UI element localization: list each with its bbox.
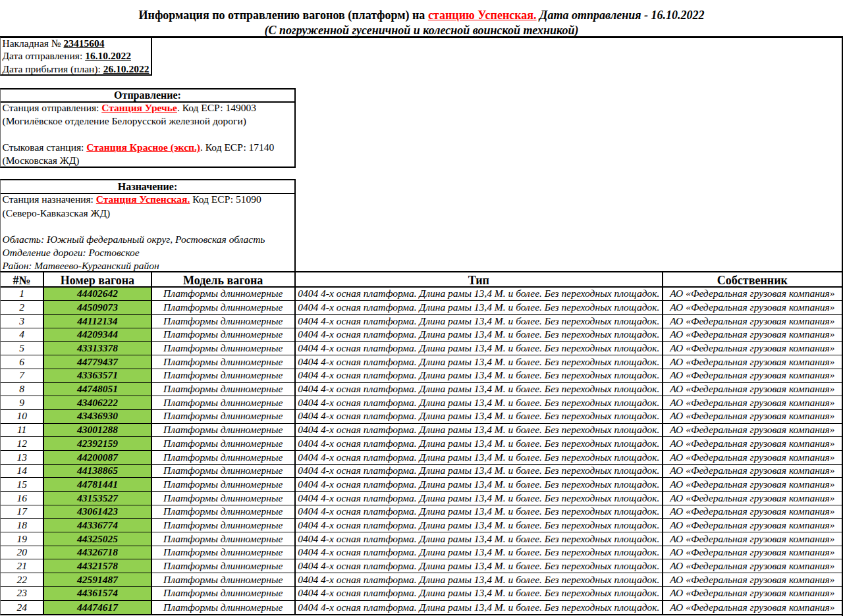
document-title: Информация по отправлению вагонов (платф…: [0, 0, 843, 36]
wagon-model-cell: Платформы длинномерные: [152, 328, 296, 342]
wagon-owner-cell: АО «Федеральная грузовая компания»: [663, 437, 842, 450]
wagon-number-cell: 44474617: [44, 601, 151, 615]
destination-station-link[interactable]: Станция Успенская.: [96, 193, 190, 205]
departure-station-code: . Код ЕСР: 149003: [177, 102, 256, 113]
row-index-cell: 13: [1, 451, 44, 464]
wagon-type-cell: 0404 4-х осная платформа. Длина рамы 13,…: [296, 587, 663, 600]
destination-station-line: Станция назначения: Станция Успенская. К…: [3, 193, 295, 206]
wagon-model-cell: Платформы длинномерные: [152, 410, 296, 423]
row-index-cell: 17: [1, 505, 44, 519]
table-row: 2044326718Платформы длинномерные0404 4-х…: [1, 546, 842, 560]
row-index-cell: 5: [1, 342, 44, 355]
wagon-type-cell: 0404 4-х осная платформа. Длина рамы 13,…: [296, 492, 663, 505]
wagon-model-cell: Платформы длинномерные: [152, 465, 296, 478]
table-row: 844748051Платформы длинномерные0404 4-х …: [1, 383, 842, 397]
waybill-departure-value: 16.10.2022: [85, 50, 131, 61]
junction-station-note: (Московская ЖД): [3, 154, 295, 167]
row-index-cell: 15: [1, 478, 44, 491]
header-cell-model: Модель вагона: [152, 272, 296, 286]
destination-division: Отделение дороги: Ростовское: [3, 246, 295, 259]
destination-box-header: Назначение:: [1, 180, 294, 195]
wagon-model-cell: Платформы длинномерные: [152, 396, 296, 409]
table-row: 2242591487Платформы длинномерные0404 4-х…: [1, 573, 842, 587]
table-row: 1444138865Платформы длинномерные0404 4-х…: [1, 465, 842, 478]
destination-region: Область: Южный федеральный округ, Ростов…: [3, 233, 295, 246]
destination-box-body: Станция назначения: Станция Успенская. К…: [1, 194, 294, 272]
wagon-owner-cell: АО «Федеральная грузовая компания»: [663, 559, 842, 573]
wagon-model-cell: Платформы длинномерные: [152, 301, 296, 314]
wagon-model-cell: Платформы длинномерные: [152, 437, 296, 450]
wagon-owner-cell: АО «Федеральная грузовая компания»: [663, 369, 842, 382]
wagon-owner-cell: АО «Федеральная грузовая компания»: [663, 315, 842, 328]
title-text-prefix: Информация по отправлению вагонов (платф…: [139, 9, 428, 22]
wagon-model-cell: Платформы длинномерные: [152, 315, 296, 328]
wagon-model-cell: Платформы длинномерные: [152, 451, 296, 464]
table-row: 144402642Платформы длинномерные0404 4-х …: [1, 288, 842, 301]
wagon-owner-cell: АО «Федеральная грузовая компания»: [663, 519, 842, 532]
departure-station-link[interactable]: Станция Уречье: [101, 102, 177, 113]
row-index-cell: 16: [1, 492, 44, 505]
table-row: 1344200087Платформы длинномерные0404 4-х…: [1, 451, 842, 465]
table-row: 743363571Платформы длинномерные0404 4-х …: [1, 369, 842, 383]
waybill-arrival-line: Дата прибытия (план): 26.10.2022: [3, 63, 151, 75]
row-index-cell: 1: [1, 288, 44, 301]
header-cell-type: Тип: [296, 272, 663, 286]
header-cell-owner: Собственник: [663, 272, 842, 286]
wagon-owner-cell: АО «Федеральная грузовая компания»: [663, 410, 842, 423]
wagon-number-cell: 43001288: [44, 424, 151, 437]
row-index-cell: 24: [1, 601, 44, 615]
wagon-type-cell: 0404 4-х осная платформа. Длина рамы 13,…: [296, 396, 663, 409]
wagon-number-cell: 43153527: [44, 492, 151, 505]
document-page: Информация по отправлению вагонов (платф…: [0, 0, 843, 616]
wagon-owner-cell: АО «Федеральная грузовая компания»: [663, 451, 842, 464]
wagon-type-cell: 0404 4-х осная платформа. Длина рамы 13,…: [296, 369, 663, 382]
wagon-model-cell: Платформы длинномерные: [152, 342, 296, 355]
wagon-number-cell: 43061423: [44, 505, 151, 519]
wagon-number-cell: 44361574: [44, 587, 151, 600]
waybill-arrival-label: Дата прибытия (план):: [3, 63, 103, 74]
table-row: 1242392159Платформы длинномерные0404 4-х…: [1, 437, 842, 451]
junction-station-link[interactable]: Станция Красное (эксп.): [86, 141, 200, 153]
waybill-number-label: Накладная №: [3, 38, 64, 49]
destination-station-code: Код ЕСР: 51090: [190, 193, 261, 205]
wagon-owner-cell: АО «Федеральная грузовая компания»: [663, 301, 842, 314]
wagon-model-cell: Платформы длинномерные: [152, 587, 296, 600]
spacer-line: [3, 220, 295, 233]
waybill-info-box: Накладная № 23415604 Дата отправления: 1…: [0, 38, 152, 76]
table-row: 444209344Платформы длинномерные0404 4-х …: [1, 328, 842, 342]
wagon-model-cell: Платформы длинномерные: [152, 532, 296, 546]
wagon-model-cell: Платформы длинномерные: [152, 546, 296, 559]
wagon-table: #№ Номер вагона Модель вагона Тип Собств…: [0, 271, 843, 615]
row-index-cell: 2: [1, 301, 44, 314]
wagon-owner-cell: АО «Федеральная грузовая компания»: [663, 424, 842, 437]
wagon-model-cell: Платформы длинномерные: [152, 288, 296, 301]
wagon-owner-cell: АО «Федеральная грузовая компания»: [663, 505, 842, 519]
wagon-owner-cell: АО «Федеральная грузовая компания»: [663, 546, 842, 559]
wagon-owner-cell: АО «Федеральная грузовая компания»: [663, 532, 842, 546]
row-index-cell: 12: [1, 437, 44, 450]
table-row: 943406222Платформы длинномерные0404 4-х …: [1, 396, 842, 410]
wagon-number-cell: 44509073: [44, 301, 151, 314]
row-index-cell: 7: [1, 369, 44, 382]
row-index-cell: 11: [1, 424, 44, 437]
title-station-link[interactable]: станцию Успенская.: [428, 9, 537, 22]
wagon-owner-cell: АО «Федеральная грузовая компания»: [663, 478, 842, 491]
row-index-cell: 23: [1, 587, 44, 600]
table-row: 644779437Платформы длинномерные0404 4-х …: [1, 355, 842, 369]
wagon-owner-cell: АО «Федеральная грузовая компания»: [663, 587, 842, 600]
junction-station-label: Стыковая станция:: [3, 141, 87, 153]
wagon-owner-cell: АО «Федеральная грузовая компания»: [663, 288, 842, 301]
table-row: 1043436930Платформы длинномерные0404 4-х…: [1, 410, 842, 424]
wagon-number-cell: 44321578: [44, 559, 151, 573]
wagon-owner-cell: АО «Федеральная грузовая компания»: [663, 355, 842, 369]
wagon-table-body: 144402642Платформы длинномерные0404 4-х …: [1, 288, 842, 615]
wagon-number-cell: 44325025: [44, 532, 151, 546]
table-row: 1143001288Платформы длинномерные0404 4-х…: [1, 424, 842, 438]
wagon-model-cell: Платформы длинномерные: [152, 369, 296, 382]
wagon-type-cell: 0404 4-х осная платформа. Длина рамы 13,…: [296, 451, 663, 464]
table-row: 1743061423Платформы длинномерные0404 4-х…: [1, 505, 842, 519]
wagon-number-cell: 44779437: [44, 355, 151, 369]
junction-station-line: Стыковая станция: Станция Красное (эксп.…: [3, 141, 295, 154]
destination-box: Назначение: Станция назначения: Станция …: [0, 179, 296, 271]
wagon-type-cell: 0404 4-х осная платформа. Длина рамы 13,…: [296, 559, 663, 573]
